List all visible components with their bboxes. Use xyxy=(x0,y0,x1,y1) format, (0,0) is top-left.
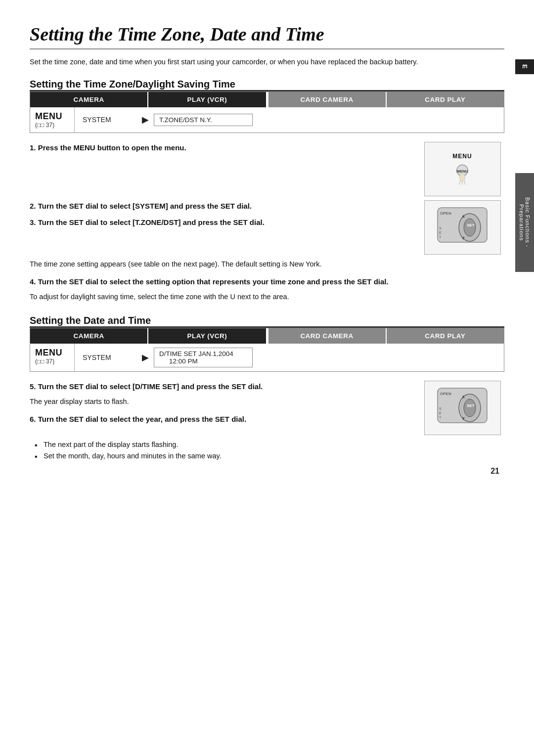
svg-point-2 xyxy=(459,174,465,181)
steps23-row: 2. Turn the SET dial to select [SYSTEM] … xyxy=(30,200,504,255)
section1-mode-bar-wrapper: CAMERA PLAY (VCR) CARD CAMERA CARD PLAY xyxy=(30,91,504,107)
menu-label-sub-1: (□□ 37) xyxy=(35,122,54,129)
mode-card-play-2: CARD PLAY xyxy=(387,328,504,344)
bullet-2: Set the month, day, hours and minutes in… xyxy=(35,450,504,462)
section2-mode-bar-wrapper: CAMERA PLAY (VCR) CARD CAMERA CARD PLAY xyxy=(30,328,504,344)
section2-heading: Setting the Date and Time xyxy=(30,315,504,326)
svg-text:SET: SET xyxy=(467,223,475,227)
svg-point-19 xyxy=(464,399,476,417)
menu-label-sub-2: (□□ 37) xyxy=(35,358,54,365)
step5-text-col: 5. Turn the SET dial to select [D/TIME S… xyxy=(30,381,411,429)
menu-value-1: T.ZONE/DST N.Y. xyxy=(154,114,253,126)
section2-mode-bar: CAMERA PLAY (VCR) CARD CAMERA CARD PLAY xyxy=(30,328,504,344)
section2-menu-row: MENU (□□ 37) SYSTEM ▶ D/TIME SET JAN.1,2… xyxy=(30,344,504,372)
menu-button-diagram: MENU MENU xyxy=(424,142,501,196)
set-dial-svg-2: OPEN SET ▲ ▼ S E T xyxy=(430,383,494,433)
menu-system-1: SYSTEM xyxy=(83,116,142,124)
step5-row: 5. Turn the SET dial to select [D/TIME S… xyxy=(30,381,504,435)
svg-text:▼: ▼ xyxy=(461,235,466,241)
section2-bullets: The next part of the display starts flas… xyxy=(35,439,504,462)
menu-arrow-1: ▶ xyxy=(142,114,149,125)
svg-text:S: S xyxy=(439,407,442,410)
svg-point-9 xyxy=(464,219,476,236)
section1-menu-row: MENU (□□ 37) SYSTEM ▶ T.ZONE/DST N.Y. xyxy=(30,107,504,133)
menu-label-main-1: MENU xyxy=(35,111,62,122)
page-number: 21 xyxy=(490,467,499,476)
svg-text:E: E xyxy=(439,231,442,234)
step1-row: 1. Press the MENU button to open the men… xyxy=(30,142,504,196)
mode-camera-1: CAMERA xyxy=(30,92,148,107)
section1-note2: To adjust for daylight saving time, sele… xyxy=(30,291,435,303)
svg-text:▲: ▲ xyxy=(461,213,466,219)
menu-content-1: SYSTEM ▶ T.ZONE/DST N.Y. xyxy=(75,107,504,133)
side-label-basic-functions: Basic Functions - Preparations xyxy=(515,173,534,272)
set-dial-diagram-1: OPEN SET ▲ ▼ S E T xyxy=(424,200,501,255)
section1-mode-bar: CAMERA PLAY (VCR) CARD CAMERA CARD PLAY xyxy=(30,92,504,107)
intro-text: Set the time zone, date and time when yo… xyxy=(30,56,455,68)
set-dial-diagram-2: OPEN SET ▲ ▼ S E T xyxy=(424,381,501,435)
step1-image: MENU MENU xyxy=(420,142,504,196)
mode-play-vcr-2: PLAY (VCR) xyxy=(148,328,267,344)
mode-play-vcr-1: PLAY (VCR) xyxy=(148,92,267,107)
svg-text:OPEN: OPEN xyxy=(440,392,451,396)
step1-text-col: 1. Press the MENU button to open the men… xyxy=(30,142,411,157)
step3-text: 3. Turn the SET dial to select [T.ZONE/D… xyxy=(30,217,411,228)
svg-text:S: S xyxy=(439,226,442,230)
step1-text: 1. Press the MENU button to open the men… xyxy=(30,142,411,153)
svg-line-3 xyxy=(459,180,460,184)
svg-text:E: E xyxy=(439,411,442,415)
menu-btn-icon: MENU xyxy=(450,162,474,185)
menu-system-2: SYSTEM xyxy=(83,354,142,361)
mode-card-play-1: CARD PLAY xyxy=(387,92,504,107)
svg-text:▼: ▼ xyxy=(461,416,466,421)
mode-camera-2: CAMERA xyxy=(30,328,148,344)
title-rule xyxy=(30,48,504,49)
menu-value-2: D/TIME SET JAN.1,2004 12:00 PM xyxy=(154,348,253,367)
step4-text: 4. Turn the SET dial to select the setti… xyxy=(30,276,435,287)
page-title: Setting the Time Zone, Date and Time xyxy=(30,24,504,45)
menu-btn-label: MENU xyxy=(452,153,472,160)
steps23-text-col: 2. Turn the SET dial to select [SYSTEM] … xyxy=(30,200,411,232)
svg-text:MENU: MENU xyxy=(456,169,468,173)
section2-note1: The year display starts to flash. xyxy=(30,396,411,407)
set-dial-svg-1: OPEN SET ▲ ▼ S E T xyxy=(430,203,494,252)
menu-label-1: MENU (□□ 37) xyxy=(30,107,75,133)
svg-text:T: T xyxy=(439,235,442,239)
svg-text:T: T xyxy=(439,416,442,419)
svg-line-5 xyxy=(464,180,465,184)
menu-content-2: SYSTEM ▶ D/TIME SET JAN.1,2004 12:00 PM xyxy=(75,344,504,371)
menu-arrow-2: ▶ xyxy=(142,352,149,363)
page-content: E Basic Functions - Preparations Setting… xyxy=(0,0,534,490)
section1-heading: Setting the Time Zone/Daylight Saving Ti… xyxy=(30,79,504,90)
step5-image: OPEN SET ▲ ▼ S E T xyxy=(420,381,504,435)
menu-label-main-2: MENU xyxy=(35,348,62,358)
mode-card-camera-1: CARD CAMERA xyxy=(267,92,387,107)
step5-text: 5. Turn the SET dial to select [D/TIME S… xyxy=(30,381,411,392)
steps23-image: OPEN SET ▲ ▼ S E T xyxy=(420,200,504,255)
menu-label-2: MENU (□□ 37) xyxy=(30,344,75,371)
svg-text:OPEN: OPEN xyxy=(440,211,451,216)
section1-note1: The time zone setting appears (see table… xyxy=(30,259,435,270)
bullet-1: The next part of the display starts flas… xyxy=(35,439,504,450)
side-tab-e: E xyxy=(515,59,534,74)
step6-text: 6. Turn the SET dial to select the year,… xyxy=(30,413,411,425)
menu-btn-illus: MENU MENU xyxy=(450,153,474,185)
step2-text: 2. Turn the SET dial to select [SYSTEM] … xyxy=(30,200,411,212)
svg-text:SET: SET xyxy=(467,403,475,408)
svg-text:▲: ▲ xyxy=(461,394,466,399)
mode-card-camera-2: CARD CAMERA xyxy=(267,328,387,344)
